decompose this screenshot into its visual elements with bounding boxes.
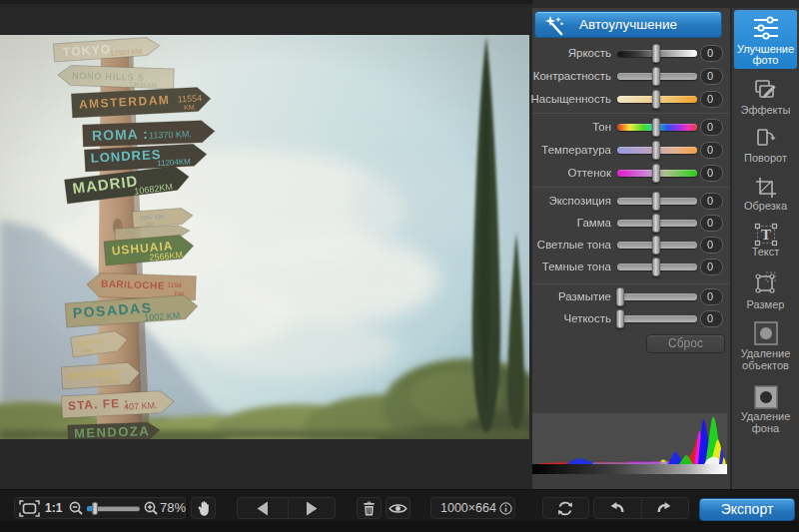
svg-text:T: T [761,227,771,243]
